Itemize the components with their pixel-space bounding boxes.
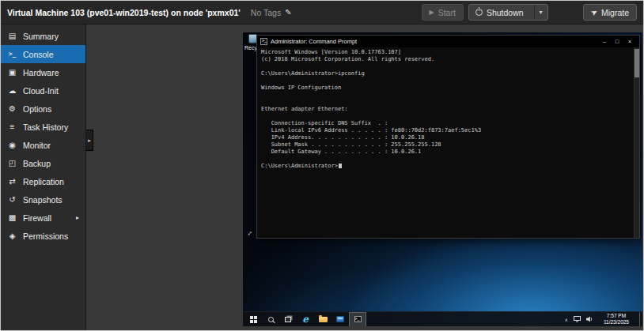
hidden-icons-chevron[interactable]: ∧	[565, 317, 568, 322]
sidebar-item-backup[interactable]: ◰ Backup	[1, 154, 85, 172]
desktop-icon: ▣	[7, 68, 17, 77]
prompt-text: C:\Users\Administrator>	[261, 163, 338, 169]
server-manager-button[interactable]	[331, 312, 349, 327]
minimize-button[interactable]: –	[598, 36, 611, 47]
sidebar-item-task-history[interactable]: ≡ Task History	[1, 118, 85, 136]
sidebar-item-label: Task History	[23, 122, 68, 132]
taskbar-search-button[interactable]	[262, 312, 279, 327]
sidebar-item-monitor[interactable]: ◉ Monitor	[1, 136, 85, 154]
shutdown-dropdown[interactable]: ▾	[534, 5, 547, 20]
terminal-icon: >_	[7, 51, 17, 58]
sidebar-item-cloud-init[interactable]: ☁ Cloud-Init	[1, 81, 85, 100]
console-prompt-line: C:\Users\Administrator>	[261, 163, 630, 170]
sidebar-item-console[interactable]: >_ Console	[1, 45, 85, 63]
eye-icon: ◉	[7, 141, 17, 149]
volume-icon[interactable]	[586, 316, 593, 322]
sidebar-item-label: Cloud-Init	[23, 86, 59, 96]
key-icon: ◈	[7, 231, 17, 240]
sidebar-item-label: Replication	[23, 177, 64, 186]
paper-plane-icon: ➤	[589, 7, 599, 17]
sidebar-item-label: Snapshots	[23, 195, 63, 205]
start-menu-button[interactable]	[244, 312, 262, 327]
task-view-button[interactable]	[279, 312, 297, 327]
recycle-bin-icon	[248, 34, 257, 43]
internet-explorer-button[interactable]: e	[297, 312, 314, 327]
windows-desktop[interactable]: Recycle Bin Administrator: Command Promp…	[243, 32, 642, 326]
sync-icon: ⇄	[7, 177, 17, 186]
sidebar-collapse-handle[interactable]: ▸	[86, 130, 93, 151]
migrate-button[interactable]: ➤ Migrate	[583, 4, 637, 21]
list-icon: ≡	[7, 122, 17, 131]
shutdown-button[interactable]: Shutdown ▾	[468, 4, 548, 21]
clock-date: 11/23/2025	[604, 319, 629, 325]
header-bar: Virtual Machine 103 (pve01-win2019-test)…	[1, 1, 643, 24]
sidebar: ▤ Summary >_ Console ▣ Hardware ☁ Cloud-…	[1, 24, 86, 330]
sidebar-item-replication[interactable]: ⇄ Replication	[1, 172, 85, 190]
play-icon: ▶	[430, 9, 434, 16]
shield-icon: ▩	[7, 213, 17, 222]
sidebar-item-summary[interactable]: ▤ Summary	[1, 27, 85, 45]
no-tags-label: No Tags	[251, 8, 281, 17]
system-tray: ∧ 7:57 PM 11/23/2025	[565, 312, 642, 327]
resize-cursor-icon: ↕	[246, 229, 254, 237]
console-line	[261, 92, 630, 99]
sidebar-item-options[interactable]: ⚙ Options	[1, 100, 85, 118]
command-prompt-taskbar-button[interactable]	[349, 312, 366, 327]
console-line: Link-local IPv6 Address . . . . . : fe80…	[261, 127, 630, 134]
cmd-prompt-icon	[260, 38, 267, 45]
cmd-titlebar[interactable]: Administrator: Command Prompt – □ ×	[257, 36, 639, 47]
edit-tags-icon: ✎	[285, 8, 291, 17]
proxmox-window: Virtual Machine 103 (pve01-win2019-test)…	[0, 0, 644, 331]
console-line: C:\Users\Administrator>ipconfig	[261, 70, 630, 77]
sidebar-item-label: Summary	[23, 32, 59, 41]
tags-control[interactable]: No Tags ✎	[251, 8, 292, 17]
sidebar-item-label: Hardware	[23, 68, 59, 77]
sidebar-item-firewall[interactable]: ▩ Firewall ▸	[1, 209, 85, 227]
console-line	[261, 113, 630, 120]
windows-taskbar[interactable]: e ∧	[243, 311, 642, 326]
cmd-output[interactable]: Microsoft Windows [Version 10.0.17763.10…	[257, 47, 639, 238]
power-icon	[475, 9, 483, 16]
console-line: Microsoft Windows [Version 10.0.17763.10…	[261, 49, 630, 56]
file-explorer-button[interactable]	[314, 312, 331, 327]
page-title: Virtual Machine 103 (pve01-win2019-test)…	[7, 8, 241, 17]
start-button[interactable]: ▶ Start	[422, 4, 464, 21]
network-icon[interactable]	[574, 316, 581, 322]
header-buttons: ▶ Start Shutdown ▾ ➤ Migrate	[422, 4, 637, 21]
sidebar-item-permissions[interactable]: ◈ Permissions	[1, 227, 85, 245]
migrate-label: Migrate	[601, 8, 629, 17]
console-line: Default Gateway . . . . . . . . . : 10.0…	[261, 149, 630, 156]
window-controls: – □ ×	[598, 36, 636, 47]
vm-display[interactable]: Recycle Bin Administrator: Command Promp…	[243, 32, 642, 326]
cmd-window-title: Administrator: Command Prompt	[271, 38, 357, 45]
cmd-window[interactable]: Administrator: Command Prompt – □ × Micr…	[257, 36, 639, 238]
cmd-scrollbar[interactable]	[634, 47, 639, 238]
server-manager-icon	[336, 316, 344, 322]
sidebar-item-label: Permissions	[23, 231, 68, 241]
sidebar-item-label: Firewall	[23, 213, 51, 223]
console-line: Connection-specific DNS Suffix . :	[261, 120, 630, 127]
console-line: IPv4 Address. . . . . . . . . . . : 10.0…	[261, 134, 630, 141]
sidebar-item-hardware[interactable]: ▣ Hardware	[1, 63, 85, 81]
folder-icon	[319, 317, 328, 322]
sidebar-item-snapshots[interactable]: ↺ Snapshots	[1, 190, 85, 209]
chevron-right-icon: ▸	[76, 214, 79, 221]
search-icon	[268, 317, 274, 322]
chevron-right-icon: ▸	[88, 137, 91, 144]
scrollbar-thumb[interactable]	[635, 49, 639, 77]
internet-explorer-icon: e	[302, 314, 309, 324]
floppy-icon: ◰	[7, 159, 17, 167]
shutdown-main[interactable]: Shutdown	[469, 5, 530, 20]
gear-icon: ⚙	[7, 104, 17, 113]
console-line: Subnet Mask . . . . . . . . . . . : 255.…	[261, 141, 630, 149]
start-label: Start	[438, 8, 456, 17]
clock-time: 7:57 PM	[607, 313, 626, 319]
sidebar-item-label: Options	[23, 104, 51, 114]
console-line	[261, 156, 630, 163]
text-cursor	[339, 164, 342, 168]
close-button[interactable]: ×	[623, 36, 636, 47]
taskbar-clock[interactable]: 7:57 PM 11/23/2025	[599, 313, 634, 325]
task-view-icon	[285, 317, 291, 322]
maximize-button[interactable]: □	[611, 36, 623, 47]
show-desktop-button[interactable]	[639, 312, 642, 327]
